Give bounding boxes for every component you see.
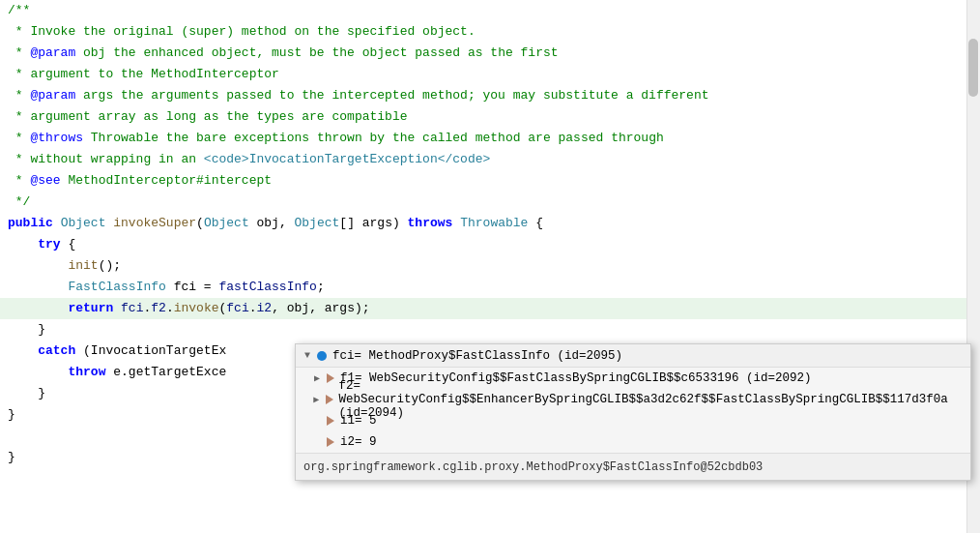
code-line-15: return fci.f2.invoke(fci.i2, obj, args); — [0, 298, 980, 319]
code-line-16: } — [0, 319, 980, 341]
autocomplete-item-2[interactable]: ▶ f2= WebSecurityConfig$$EnhancerBySprin… — [296, 389, 970, 410]
item-1-expand-icon[interactable]: ▶ — [311, 372, 323, 384]
code-line-12: try { — [0, 234, 980, 255]
code-line-13: init(); — [0, 255, 980, 277]
item-1-type-icon — [327, 373, 334, 383]
autocomplete-footer: org.springframework.cglib.proxy.MethodPr… — [296, 453, 970, 480]
code-line-8: * without wrapping in an <code>Invocatio… — [0, 149, 980, 170]
autocomplete-item-4-label: i2= 9 — [340, 435, 377, 449]
item-2-type-icon — [326, 395, 333, 404]
code-line-10: */ — [0, 192, 980, 213]
code-line-3: * @param obj the enhanced object, must b… — [0, 43, 980, 64]
code-line-4: * argument to the MethodInterceptor — [0, 64, 980, 85]
code-line-9: * @see MethodInterceptor#intercept — [0, 170, 980, 192]
item-3-type-icon — [327, 416, 334, 426]
autocomplete-item-2-label: f2= WebSecurityConfig$$EnhancerBySpringC… — [339, 379, 965, 420]
item-4-type-icon — [327, 437, 334, 447]
code-line-2: * Invoke the original (super) method on … — [0, 21, 980, 43]
code-line-5: * @param args the arguments passed to th… — [0, 85, 980, 106]
autocomplete-footer-text: org.springframework.cglib.proxy.MethodPr… — [303, 460, 763, 474]
code-line-6: * argument array as long as the types ar… — [0, 106, 980, 128]
autocomplete-header-label: fci= MethodProxy$FastClassInfo (id=2095) — [332, 349, 622, 363]
autocomplete-item-4[interactable]: i2= 9 — [296, 431, 970, 453]
code-line-14: FastClassInfo fci = fastClassInfo; — [0, 277, 980, 298]
code-line-7: * @throws Throwable the bare exceptions … — [0, 128, 980, 149]
item-2-expand-icon[interactable]: ▶ — [311, 394, 322, 405]
code-line-11: public Object invokeSuper(Object obj, Ob… — [0, 213, 980, 234]
autocomplete-popup[interactable]: ▼ fci= MethodProxy$FastClassInfo (id=209… — [295, 343, 971, 481]
editor-container: /** * Invoke the original (super) method… — [0, 0, 980, 533]
header-expand-icon[interactable]: ▼ — [302, 350, 313, 362]
header-dot-icon — [317, 351, 327, 361]
autocomplete-header: ▼ fci= MethodProxy$FastClassInfo (id=209… — [296, 344, 970, 368]
item-4-expand-icon — [311, 436, 323, 448]
code-line-1: /** — [0, 0, 980, 21]
autocomplete-item-3-label: i1= 5 — [340, 414, 377, 428]
scrollbar-thumb[interactable] — [968, 39, 978, 97]
item-3-expand-icon — [311, 415, 323, 427]
comment-text: /** — [8, 0, 30, 21]
